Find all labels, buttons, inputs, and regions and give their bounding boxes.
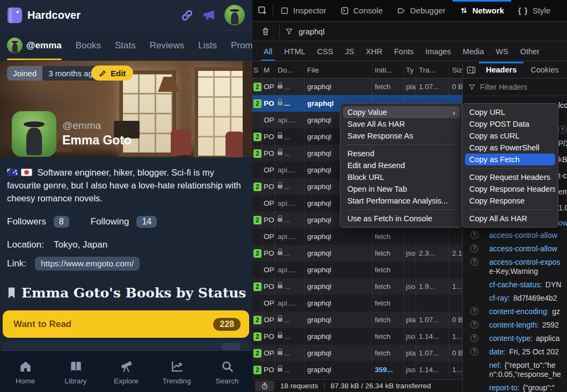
col-file[interactable]: File — [304, 62, 372, 78]
url-filter-input[interactable]: graphql — [299, 27, 324, 36]
header-help-icon[interactable] — [470, 258, 478, 266]
menu-item-copy-request-headers[interactable]: Copy Request Headers — [465, 171, 555, 183]
menu-item-copy-as-curl[interactable]: Copy as cURL — [465, 130, 555, 142]
col-domain[interactable]: Do... — [275, 62, 304, 78]
menu-item-copy-response[interactable]: Copy Response — [465, 195, 555, 207]
header-help-icon[interactable] — [470, 321, 478, 329]
header-help-icon[interactable] — [470, 307, 478, 315]
nav-tab-prompts[interactable]: Prompts — [231, 31, 252, 60]
filter-other[interactable]: Other — [514, 47, 546, 61]
lock-icon — [278, 218, 282, 222]
col-method[interactable]: M — [262, 62, 275, 78]
network-status-bar: 18 requests 87.38 kB / 26.34 kB transfer… — [252, 379, 462, 392]
table-row[interactable]: 2OP...graphqlfetchpla1.07...0 B — [252, 345, 462, 361]
status-badge: 2 — [253, 349, 261, 358]
tab-network[interactable]: Network — [453, 0, 511, 21]
menu-item-open-in-new-tab[interactable]: Open in New Tab — [343, 183, 460, 195]
lock-icon — [278, 185, 282, 188]
table-row[interactable]: OPapi....graphqlfetch — [252, 262, 462, 278]
clear-requests-button[interactable] — [257, 22, 274, 41]
split-panel-button[interactable] — [463, 62, 479, 78]
menu-item-copy-as-powershell[interactable]: Copy as PowerShell — [465, 142, 555, 154]
profile-avatar[interactable] — [12, 111, 56, 157]
stack-trace-link[interactable]: 359... — [375, 366, 393, 374]
table-row[interactable]: OPapi....graphqlfetch — [252, 295, 462, 311]
following-count[interactable]: 14 — [136, 216, 157, 228]
col-size[interactable]: Siz — [449, 62, 462, 78]
header-help-icon[interactable] — [470, 334, 478, 342]
filter-xhr[interactable]: XHR — [360, 47, 388, 61]
table-row[interactable]: 2PO...graphqlfetchjso1.14...1... — [252, 328, 462, 345]
filter-ws[interactable]: WS — [490, 47, 514, 61]
filter-media[interactable]: Media — [457, 47, 490, 61]
nav-tab-lists[interactable]: Lists — [198, 31, 217, 60]
tab-inspector[interactable]: Inspector — [273, 0, 333, 21]
want-to-read-bar[interactable]: Want to Read 228 — [3, 310, 249, 338]
table-row[interactable]: OPapi....graphqlfetch — [252, 228, 462, 245]
menu-item-copy-value[interactable]: Copy Value› — [343, 106, 460, 118]
table-row[interactable]: 2PO...graphqlfetchjso1.9...1... — [252, 278, 462, 295]
banner-doorframe — [243, 61, 252, 157]
menu-item-use-as-fetch-in-console[interactable]: Use as Fetch in Console — [343, 213, 460, 224]
edit-profile-button[interactable]: Edit — [91, 66, 133, 81]
nav-tab-books[interactable]: Books — [76, 31, 101, 60]
col-status[interactable]: S — [252, 62, 262, 78]
status-badge: 2 — [253, 99, 261, 108]
hardcover-logo-icon[interactable] — [8, 8, 22, 23]
pick-element-button[interactable] — [252, 0, 273, 21]
menu-item-copy-all-as-har[interactable]: Copy All As HAR — [465, 213, 555, 224]
menu-item-copy-url[interactable]: Copy URL — [465, 106, 555, 118]
menu-item-copy-post-data[interactable]: Copy POST Data — [465, 118, 555, 130]
table-row[interactable]: 2PO...graphql359...jso1.14...1... — [252, 361, 462, 378]
table-row[interactable]: 2OP...graphqlfetchpla1.07...0 B — [252, 311, 462, 328]
menu-item-save-response-as[interactable]: Save Response As — [343, 130, 460, 142]
performance-analysis-button[interactable] — [255, 381, 274, 391]
filter-css[interactable]: CSS — [311, 47, 339, 61]
tab-headers[interactable]: Headers — [479, 62, 524, 78]
col-transferred[interactable]: Tra... — [416, 62, 449, 78]
tab-style-editor[interactable]: { } Style — [511, 0, 557, 21]
menu-item-start-performance-analysis[interactable]: Start Performance Analysis... — [343, 195, 460, 207]
col-initiator[interactable]: Initi... — [372, 62, 404, 78]
bottom-nav-home[interactable]: Home — [4, 360, 47, 385]
megaphone-icon[interactable] — [202, 9, 216, 22]
table-row[interactable]: 2PO...graphqlfetchjso2.3...2.18 — [252, 245, 462, 262]
table-row[interactable]: 2OP...graphqlfetchpla1.07...0 B — [252, 78, 462, 95]
tab-console[interactable]: Console — [333, 0, 390, 21]
tab-cookies[interactable]: Cookies — [524, 62, 565, 78]
nav-tab-emma[interactable]: @emma — [7, 31, 62, 60]
lock-icon — [278, 285, 282, 288]
nav-avatar — [7, 38, 23, 53]
menu-item-copy-as-fetch[interactable]: Copy as Fetch — [465, 154, 555, 165]
bottom-nav-trending[interactable]: Trending — [155, 360, 198, 385]
menu-item-save-all-har[interactable]: Save All As HAR — [343, 118, 460, 130]
nav-tab-stats[interactable]: Stats — [115, 31, 136, 60]
bottom-nav-search[interactable]: Search — [206, 360, 249, 385]
header-help-icon[interactable] — [470, 347, 478, 355]
filter-html[interactable]: HTML — [278, 47, 311, 61]
occluded-summary-fragment: lco — [558, 101, 567, 110]
followers-count[interactable]: 8 — [54, 216, 69, 228]
filter-funnel-icon — [285, 27, 293, 35]
profile-banner: Joined 3 months ago Edit @emma Emma Goto — [0, 61, 252, 157]
bottom-nav-library[interactable]: Library — [54, 360, 97, 385]
location-row: Location: Tokyo, Japan — [7, 239, 107, 250]
header-help-icon[interactable] — [470, 231, 478, 239]
col-type[interactable]: Ty — [404, 62, 416, 78]
header-help-icon[interactable] — [470, 244, 478, 252]
filter-all[interactable]: All — [258, 47, 278, 61]
menu-item-edit-and-resend[interactable]: Edit and Resend — [343, 159, 460, 171]
profile-link[interactable]: https://www.emgoto.com/ — [35, 257, 140, 271]
filter-fonts[interactable]: Fonts — [388, 47, 419, 61]
user-avatar[interactable] — [224, 5, 245, 25]
filter-js[interactable]: JS — [339, 47, 360, 61]
menu-item-resend[interactable]: Resend — [343, 148, 460, 159]
menu-item-copy-response-headers[interactable]: Copy Response Headers — [465, 183, 555, 195]
filter-images[interactable]: Images — [419, 47, 457, 61]
menu-item-block-url[interactable]: Block URL — [343, 171, 460, 183]
link-icon[interactable] — [180, 9, 194, 22]
bottom-nav-explore[interactable]: Explore — [105, 360, 148, 385]
filter-headers-input[interactable]: Filter Headers — [463, 78, 567, 96]
nav-tab-reviews[interactable]: Reviews — [150, 31, 184, 60]
tab-debugger[interactable]: Debugger — [390, 0, 453, 21]
